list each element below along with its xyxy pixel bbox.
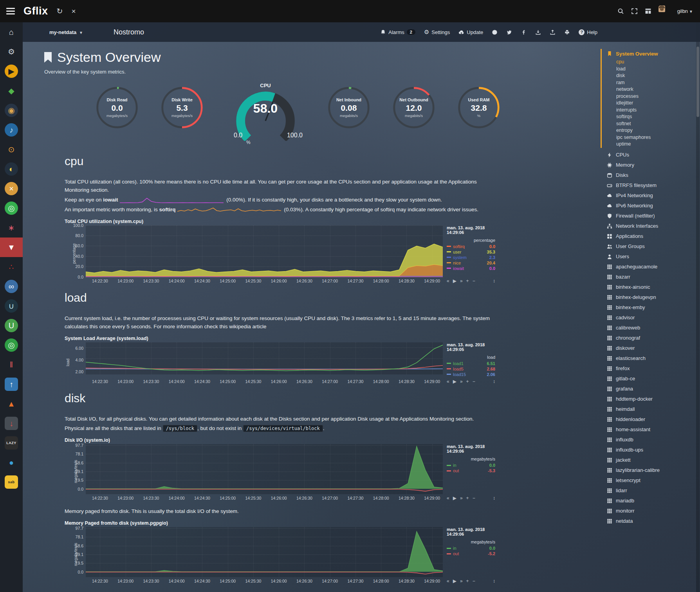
pan-left-button[interactable]: «	[447, 379, 449, 384]
legend-item-load15[interactable]: load152.06	[447, 372, 495, 377]
app-shortcut-tautulli[interactable]: ◉	[0, 101, 23, 120]
scrollbar-thumb[interactable]	[696, 47, 699, 117]
pan-right-button[interactable]: »	[460, 278, 463, 284]
chart-diskio[interactable]: Disk I/O (system.io)megabytes/s0.019.539…	[65, 437, 495, 501]
refresh-icon[interactable]: ↻	[57, 7, 63, 16]
menu-sub-idlejitter[interactable]: idlejitter	[616, 100, 695, 107]
facebook-button[interactable]	[521, 29, 527, 35]
legend-item-load1[interactable]: load16.51	[447, 361, 495, 366]
menu-home-assistant[interactable]: home-assistant	[607, 425, 695, 434]
menu-users[interactable]: Users	[607, 252, 695, 261]
gauge-disk-read[interactable]: Disk Read0.0megabytes/s	[91, 83, 143, 137]
resize-handle-icon[interactable]: ↕	[493, 278, 495, 284]
gauge-disk-write[interactable]: Disk Write5.3megabytes/s	[156, 83, 208, 137]
app-shortcut-settings[interactable]: ⚙	[0, 42, 23, 61]
menu-monitorr[interactable]: monitorr	[607, 506, 695, 516]
app-shortcut-sabnzbd[interactable]: sab	[0, 472, 23, 492]
pan-right-button[interactable]: »	[460, 379, 463, 384]
app-shortcut-airsonic[interactable]: ♪	[0, 120, 23, 140]
menu-sub-interrupts[interactable]: interrupts	[616, 107, 695, 114]
chart-plot-area[interactable]	[86, 342, 443, 374]
menu-user-groups[interactable]: User Groups	[607, 242, 695, 251]
pan-left-button[interactable]: «	[447, 578, 449, 584]
play-button[interactable]: ▶	[453, 379, 456, 384]
menu-firefox[interactable]: firefox	[607, 364, 695, 373]
menu-btrfs-filesystem[interactable]: BTRFS filesystem	[607, 181, 695, 190]
menu-sub-uptime[interactable]: uptime	[616, 141, 695, 148]
app-shortcut-getter-app[interactable]: ↓	[0, 414, 23, 433]
app-shortcut-ubooquity[interactable]: U	[0, 316, 23, 335]
app-shortcut-cluster-app[interactable]: ∴	[0, 257, 23, 277]
chart-plot-area[interactable]	[86, 444, 443, 494]
chart-load[interactable]: System Load Average (system.load)load2.0…	[65, 336, 495, 385]
app-shortcut-upload-app[interactable]: ↑	[0, 374, 23, 394]
update-button[interactable]: Update	[458, 29, 483, 35]
app-shortcut-gitlab[interactable]: ▲	[0, 394, 23, 414]
menu-sub-ram[interactable]: ram	[616, 79, 695, 86]
host-dropdown[interactable]: my-netdata ▼	[49, 29, 83, 35]
menu-bazarr[interactable]: bazarr	[607, 272, 695, 282]
menu-influxdb-ups[interactable]: influxdb-ups	[607, 445, 695, 455]
close-icon[interactable]: ×	[71, 7, 76, 16]
pan-right-button[interactable]: »	[460, 495, 463, 501]
gauge-used-ram[interactable]: Used RAM32.8%	[453, 83, 505, 137]
fullscreen-icon[interactable]	[631, 8, 638, 14]
menu-chronograf[interactable]: chronograf	[607, 333, 695, 343]
menu-cadvisor[interactable]: cadvisor	[607, 313, 695, 322]
app-shortcut-lazylibrarian[interactable]: LAZY	[0, 433, 23, 453]
menu-system-overview[interactable]: System Overview	[607, 49, 695, 58]
resize-handle-icon[interactable]: ↕	[493, 578, 495, 584]
play-button[interactable]: ▶	[453, 278, 456, 284]
app-shortcut-bazarr[interactable]: ∗	[0, 218, 23, 238]
menu-sub-network[interactable]: network	[616, 86, 695, 93]
app-shortcut-drop-app[interactable]: ●	[0, 453, 23, 472]
zoom-out-button[interactable]: −	[473, 278, 475, 284]
menu-calibreweb[interactable]: calibreweb	[607, 323, 695, 333]
menu-jackett[interactable]: jackett	[607, 455, 695, 465]
avatar[interactable]	[659, 5, 670, 17]
import-button[interactable]	[535, 29, 541, 35]
app-shortcut-radarr[interactable]: ◐	[0, 159, 23, 179]
app-shortcut-search-app[interactable]: ⊙	[0, 140, 23, 159]
zoom-out-button[interactable]: −	[473, 495, 475, 501]
menu-binhex-delugevpn[interactable]: binhex-delugevpn	[607, 293, 695, 302]
pan-right-button[interactable]: »	[460, 578, 463, 584]
legend-item-nice[interactable]: nice20.4	[447, 261, 495, 265]
legend-item-softirq[interactable]: softirq0.0	[447, 244, 495, 249]
chart-cpu[interactable]: Total CPU utilization (system.cpu)percen…	[65, 219, 495, 284]
github-button[interactable]	[492, 29, 498, 35]
menu-gitlab-ce[interactable]: gitlab-ce	[607, 374, 695, 383]
menu-ipv4-networking[interactable]: IPv4 Networking	[607, 191, 695, 200]
twitter-button[interactable]	[506, 29, 512, 35]
zoom-in-button[interactable]: +	[466, 578, 469, 584]
legend-item-in[interactable]: in0.0	[447, 463, 495, 468]
menu-heimdall[interactable]: heimdall	[607, 405, 695, 414]
menu-netdata[interactable]: netdata	[607, 516, 695, 526]
settings-button[interactable]: ⚙ Settings	[424, 29, 450, 36]
menu-hiddenloader[interactable]: hiddenloader	[607, 415, 695, 424]
menu-sub-processes[interactable]: processes	[616, 93, 695, 100]
menu-hddtemp-docker[interactable]: hddtemp-docker	[607, 394, 695, 404]
gauge-net-inbound[interactable]: Net Inbound0.08megabits/s	[323, 83, 375, 137]
menu-binhex-emby[interactable]: binhex-emby	[607, 303, 695, 312]
menu-sub-softnet[interactable]: softnet	[616, 121, 695, 128]
page-scrollbar[interactable]	[696, 22, 700, 592]
app-shortcut-netdata-active[interactable]: ▼	[0, 238, 23, 257]
legend-item-user[interactable]: user35.3	[447, 250, 495, 254]
app-shortcut-influx-app[interactable]: ◎	[0, 335, 23, 355]
tabs-icon[interactable]	[645, 8, 651, 14]
menu-mariadb[interactable]: mariadb	[607, 496, 695, 506]
app-shortcut-lidarr[interactable]: ◎	[0, 198, 23, 218]
zoom-in-button[interactable]: +	[466, 379, 469, 384]
gauge-cpu[interactable]: CPU58.00.0100.0%	[224, 83, 307, 144]
zoom-in-button[interactable]: +	[466, 495, 469, 501]
legend-item-out[interactable]: out-5.2	[447, 551, 495, 556]
menu-apacheguacamole[interactable]: apacheguacamole	[607, 262, 695, 272]
menu-disks[interactable]: Disks	[607, 171, 695, 180]
app-shortcut-jackett[interactable]: ×	[0, 179, 23, 198]
legend-item-in[interactable]: in0.0	[447, 546, 495, 551]
play-button[interactable]: ▶	[453, 578, 456, 584]
menu-lidarr[interactable]: lidarr	[607, 486, 695, 495]
legend-item-load5[interactable]: load52.68	[447, 367, 495, 371]
chart-plot-area[interactable]	[86, 527, 443, 577]
